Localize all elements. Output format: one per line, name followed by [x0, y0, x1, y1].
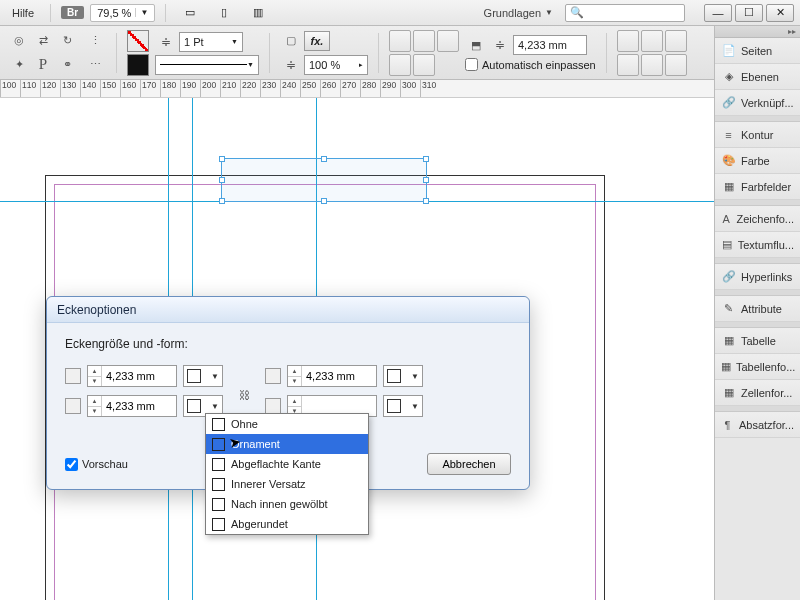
fill-frame-button[interactable]: [413, 54, 435, 76]
panel-verknpf[interactable]: 🔗Verknüpf...: [715, 90, 800, 116]
search-field[interactable]: 🔍: [565, 4, 685, 22]
corner-tr-size[interactable]: ▲▼: [287, 365, 377, 387]
preview-input[interactable]: [65, 458, 78, 471]
corner-bl-icon[interactable]: [65, 398, 81, 414]
corner-br-shape[interactable]: ▼: [383, 395, 423, 417]
opacity-icon[interactable]: ▢: [280, 30, 302, 52]
paragraph-icon[interactable]: P: [32, 54, 54, 76]
auto-fit-input[interactable]: [465, 58, 478, 71]
menu-help[interactable]: Hilfe: [6, 5, 40, 21]
corner-tl-shape[interactable]: ▼: [183, 365, 223, 387]
flip-h-icon[interactable]: ⇄: [32, 30, 54, 52]
opacity-stepper[interactable]: ≑: [280, 54, 302, 76]
panel-icon: ✎: [721, 301, 736, 316]
opacity-field[interactable]: 100 % ▸: [304, 55, 368, 75]
corner-bl-input[interactable]: [102, 400, 170, 412]
rotate-icon[interactable]: ↻: [56, 30, 78, 52]
panel-farbfelder[interactable]: ▦Farbfelder: [715, 174, 800, 200]
ruler-tick: 130: [60, 80, 80, 97]
dropdown-option[interactable]: Abgerundet: [206, 514, 368, 534]
transform-icon[interactable]: ◎: [8, 30, 30, 52]
misc-button-2[interactable]: [641, 30, 663, 52]
fit-prop-button[interactable]: [437, 30, 459, 52]
panel-absatzfor[interactable]: ¶Absatzfor...: [715, 412, 800, 438]
anchor-icon[interactable]: ✦: [8, 54, 30, 76]
corner-shape-dropdown[interactable]: OhneOrnamentAbgeflachte KanteInnerer Ver…: [205, 413, 369, 535]
corner-tl-input[interactable]: [102, 370, 170, 382]
panel-tabellenfo[interactable]: ▦Tabellenfo...: [715, 354, 800, 380]
preview-label: Vorschau: [82, 458, 128, 470]
dialog-titlebar[interactable]: Eckenoptionen: [47, 297, 529, 323]
misc-button-5[interactable]: [641, 54, 663, 76]
misc-button-3[interactable]: [665, 30, 687, 52]
misc-button-6[interactable]: [665, 54, 687, 76]
shape-swatch-icon: [212, 418, 225, 431]
corner-tr-shape[interactable]: ▼: [383, 365, 423, 387]
fill-color-swatch[interactable]: [127, 30, 149, 52]
misc-button-4[interactable]: [617, 54, 639, 76]
selected-frame[interactable]: [221, 158, 427, 202]
panel-ebenen[interactable]: ◈Ebenen: [715, 64, 800, 90]
panel-farbe[interactable]: 🎨Farbe: [715, 148, 800, 174]
corner-br-icon[interactable]: [265, 398, 281, 414]
panel-zeichenfo[interactable]: AZeichenfo...: [715, 206, 800, 232]
auto-fit-checkbox[interactable]: Automatisch einpassen: [465, 58, 596, 71]
panel-seiten[interactable]: 📄Seiten: [715, 38, 800, 64]
dropdown-option[interactable]: Abgeflachte Kante: [206, 454, 368, 474]
corner-icon[interactable]: ⬒: [465, 34, 487, 56]
dock-collapse[interactable]: ▸▸: [715, 26, 800, 38]
maximize-button[interactable]: ☐: [735, 4, 763, 22]
ruler-tick: 250: [300, 80, 320, 97]
dropdown-option[interactable]: Nach innen gewölbt: [206, 494, 368, 514]
panel-kontur[interactable]: ≡Kontur: [715, 122, 800, 148]
ruler-tick: 190: [180, 80, 200, 97]
stroke-color-swatch[interactable]: [127, 54, 149, 76]
panel-icon: ¶: [721, 417, 734, 432]
stroke-weight-field[interactable]: 1 Pt ▼: [179, 32, 243, 52]
panel-zellenfor[interactable]: ▦Zellenfor...: [715, 380, 800, 406]
minimize-button[interactable]: —: [704, 4, 732, 22]
view-mode-button-3[interactable]: ▥: [244, 3, 272, 23]
search-input[interactable]: [588, 7, 678, 19]
panel-hyperlinks[interactable]: 🔗Hyperlinks: [715, 264, 800, 290]
preview-checkbox[interactable]: Vorschau: [65, 458, 128, 471]
corner-br-input[interactable]: [302, 400, 342, 412]
corner-stepper[interactable]: ≑: [489, 34, 511, 56]
stroke-weight-value: 1 Pt: [184, 36, 204, 48]
link-icon[interactable]: ⚭: [56, 54, 78, 76]
dropdown-option[interactable]: Ohne: [206, 414, 368, 434]
misc-button-1[interactable]: [617, 30, 639, 52]
panel-label: Zellenfor...: [741, 387, 792, 399]
corner-tr-input[interactable]: [302, 370, 370, 382]
corner-bl-size[interactable]: ▲▼: [87, 395, 177, 417]
zoom-level[interactable]: 79,5 % ▼: [90, 4, 155, 22]
corner-tr-icon[interactable]: [265, 368, 281, 384]
ruler-tick: 160: [120, 80, 140, 97]
panel-icon: ◈: [721, 69, 736, 84]
panel-tabelle[interactable]: ▦Tabelle: [715, 328, 800, 354]
cancel-button[interactable]: Abbrechen: [427, 453, 511, 475]
dropdown-option[interactable]: Innerer Versatz: [206, 474, 368, 494]
view-mode-button-2[interactable]: ▯: [210, 3, 238, 23]
fit-frame-button[interactable]: [413, 30, 435, 52]
panel-attribute[interactable]: ✎Attribute: [715, 296, 800, 322]
view-mode-button-1[interactable]: ▭: [176, 3, 204, 23]
corner-radius-field[interactable]: 4,233 mm: [513, 35, 587, 55]
bridge-button[interactable]: Br: [61, 6, 84, 19]
separator: [269, 33, 270, 73]
fit-content-button[interactable]: [389, 30, 411, 52]
close-button[interactable]: ✕: [766, 4, 794, 22]
auto-fit-label: Automatisch einpassen: [482, 59, 596, 71]
link-chain-icon[interactable]: ⛓: [235, 375, 253, 415]
panel-label: Tabellenfo...: [736, 361, 795, 373]
corner-tl-icon[interactable]: [65, 368, 81, 384]
effects-button[interactable]: fx.: [304, 31, 330, 51]
panel-textumflu[interactable]: ▤Textumflu...: [715, 232, 800, 258]
distribute-icon[interactable]: ⋮: [84, 30, 106, 52]
stroke-weight-stepper[interactable]: ≑: [155, 31, 177, 53]
stroke-style-field[interactable]: ▼: [155, 55, 259, 75]
corner-tl-size[interactable]: ▲▼: [87, 365, 177, 387]
align-icon[interactable]: ⋯: [84, 54, 106, 76]
workspace-switcher[interactable]: Grundlagen ▼: [478, 5, 559, 21]
center-content-button[interactable]: [389, 54, 411, 76]
